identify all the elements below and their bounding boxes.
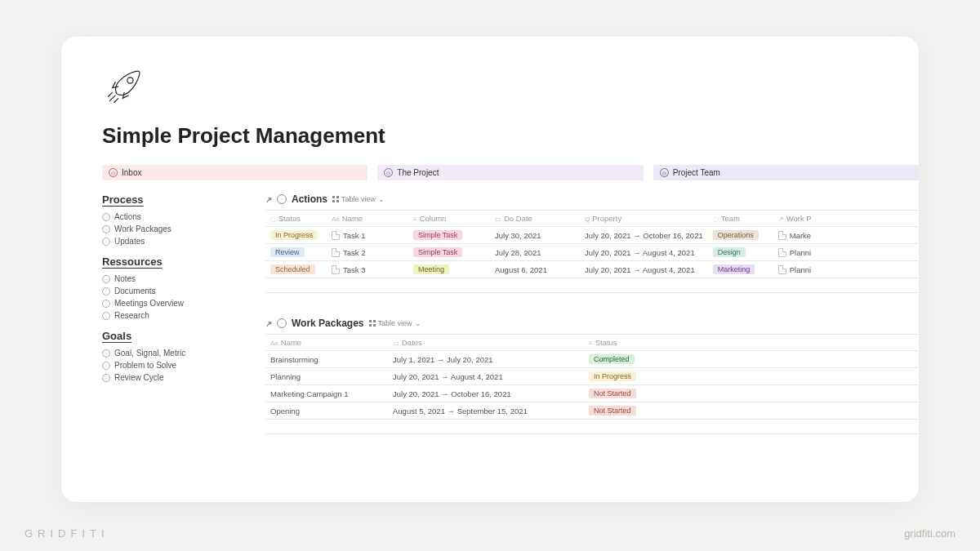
app-window: Simple Project Management ◎ Inbox ◎ The … — [61, 37, 919, 502]
status-badge: In Progress — [270, 230, 318, 240]
ring-icon: ◦ — [102, 275, 110, 283]
ring-icon: ◦ — [102, 213, 110, 221]
ring-icon: ◦ — [102, 238, 110, 246]
cell-name: Opening — [265, 402, 388, 420]
cell-dates: July 20, 2021 → August 4, 2021 — [388, 368, 584, 385]
table-row[interactable]: ReviewTask 2Simple TaskJuly 28, 2021July… — [265, 244, 919, 261]
col-label: Column — [420, 214, 447, 223]
col-name[interactable]: AaName — [327, 211, 408, 227]
db-title[interactable]: Work Packages — [292, 318, 364, 329]
open-icon[interactable]: ↗ — [265, 195, 272, 204]
view-label: Table view — [341, 195, 376, 203]
table-row[interactable]: PlanningJuly 20, 2021 → August 4, 2021In… — [265, 368, 919, 385]
cell-workpackage: Marke — [790, 231, 811, 240]
db-title[interactable]: Actions — [292, 193, 327, 205]
select-icon: ◌ — [713, 216, 719, 223]
sidebar: Process ◦Actions ◦Work Packages ◦Updates… — [102, 193, 241, 434]
column-badge: Meeting — [413, 264, 449, 274]
ring-icon: ◦ — [102, 287, 110, 295]
ring-icon: ◦ — [102, 312, 110, 320]
actions-table: ◌Status AaName ≡Column ▭Do Date QPropert… — [265, 210, 919, 293]
view-switcher[interactable]: Table view ⌄ — [332, 195, 385, 203]
col-status[interactable]: ◌Status — [265, 211, 327, 227]
cell-name: Planning — [265, 368, 388, 385]
table-row[interactable]: OpeningAugust 5, 2021 → September 15, 20… — [265, 402, 919, 420]
col-work-package[interactable]: ↗Work P — [773, 211, 919, 227]
col-label: Dates — [402, 338, 422, 347]
col-label: Name — [281, 338, 301, 347]
cell-do-date: August 6, 2021 — [490, 261, 580, 278]
sidebar-item-updates[interactable]: ◦Updates — [102, 235, 241, 247]
col-name[interactable]: AaName — [265, 335, 388, 351]
col-label: Do Date — [504, 214, 532, 223]
main-content: ↗ ◦ Actions Table view ⌄ ◌Status AaName … — [265, 193, 919, 434]
sidebar-item-label: Meetings Overview — [114, 299, 184, 308]
sidebar-item-label: Goal, Signal, Metric — [114, 349, 185, 358]
target-icon: ◎ — [384, 168, 393, 177]
table-row[interactable]: BrainstormingJuly 1, 2021 → July 20, 202… — [265, 351, 919, 368]
target-icon: ◎ — [109, 168, 118, 177]
empty-row[interactable] — [265, 420, 919, 434]
svg-point-0 — [127, 78, 133, 83]
page-icon — [778, 265, 786, 274]
status-badge: Review — [270, 247, 305, 257]
sidebar-item-work-packages[interactable]: ◦Work Packages — [102, 223, 241, 235]
tab-the-project[interactable]: ◎ The Project — [377, 165, 643, 180]
col-team[interactable]: ◌Team — [708, 211, 773, 227]
cell-dates: July 20, 2021 → October 16, 2021 — [388, 385, 584, 402]
sidebar-item-goal-signal-metric[interactable]: ◦Goal, Signal, Metric — [102, 347, 241, 359]
rollup-icon: Q — [585, 216, 590, 223]
ring-icon: ◦ — [102, 349, 110, 358]
sidebar-item-label: Problem to Solve — [114, 361, 176, 370]
open-icon[interactable]: ↗ — [265, 319, 272, 328]
status-badge: Scheduled — [270, 264, 315, 274]
col-column[interactable]: ≡Column — [408, 211, 490, 227]
sidebar-item-meetings-overview[interactable]: ◦Meetings Overview — [102, 297, 241, 309]
actions-db-header: ↗ ◦ Actions Table view ⌄ — [265, 193, 919, 205]
select-icon: ≡ — [589, 340, 593, 347]
sidebar-item-label: Work Packages — [114, 224, 172, 233]
view-switcher[interactable]: Table view ⌄ — [369, 319, 421, 327]
column-badge: Simple Task — [413, 247, 462, 257]
col-property[interactable]: QProperty — [580, 211, 708, 227]
calendar-icon: ▭ — [393, 340, 399, 347]
cell-name: Task 2 — [343, 248, 365, 257]
ring-icon: ◦ — [102, 300, 110, 308]
table-icon — [332, 196, 339, 202]
sidebar-item-review-cycle[interactable]: ◦Review Cycle — [102, 371, 241, 384]
sidebar-item-documents[interactable]: ◦Documents — [102, 285, 241, 297]
col-do-date[interactable]: ▭Do Date — [490, 211, 580, 227]
select-icon: ◌ — [270, 216, 276, 223]
sidebar-item-label: Review Cycle — [114, 373, 164, 382]
tab-inbox[interactable]: ◎ Inbox — [102, 165, 368, 180]
status-badge: Not Started — [589, 389, 636, 398]
sidebar-item-label: Documents — [114, 287, 156, 295]
team-badge: Operations — [713, 230, 759, 240]
sidebar-item-notes[interactable]: ◦Notes — [102, 273, 241, 285]
tab-project-team[interactable]: ◎ Project Team — [653, 165, 919, 180]
col-label: Status — [278, 214, 301, 223]
workpackages-db-header: ↗ ◦ Work Packages Table view ⌄ — [265, 318, 919, 329]
sidebar-item-label: Updates — [114, 237, 145, 246]
cell-workpackage: Planni — [790, 248, 811, 257]
chevron-down-icon: ⌄ — [415, 319, 421, 327]
status-badge: In Progress — [589, 371, 636, 381]
sidebar-item-actions[interactable]: ◦Actions — [102, 211, 241, 223]
table-row[interactable]: In ProgressTask 1Simple TaskJuly 30, 202… — [265, 227, 919, 244]
table-row[interactable]: Marketing Campaign 1July 20, 2021 → Octo… — [265, 385, 919, 402]
relation-icon: ↗ — [778, 216, 784, 223]
col-dates[interactable]: ▭Dates — [388, 335, 584, 351]
sidebar-item-problem-to-solve[interactable]: ◦Problem to Solve — [102, 359, 241, 371]
table-row[interactable]: ScheduledTask 3MeetingAugust 6, 2021July… — [265, 261, 919, 278]
cell-name: Task 3 — [343, 265, 365, 274]
col-status[interactable]: ≡Status — [584, 335, 919, 351]
empty-row[interactable] — [265, 278, 919, 293]
ring-icon: ◦ — [102, 225, 110, 233]
sidebar-item-research[interactable]: ◦Research — [102, 309, 241, 322]
col-label: Property — [592, 214, 621, 223]
sidebar-heading-goals: Goals — [102, 330, 241, 342]
sidebar-item-label: Actions — [114, 212, 141, 221]
cell-name: Task 1 — [343, 231, 365, 240]
sidebar-heading-ressources: Ressources — [102, 256, 241, 268]
sidebar-heading-process: Process — [102, 193, 241, 206]
